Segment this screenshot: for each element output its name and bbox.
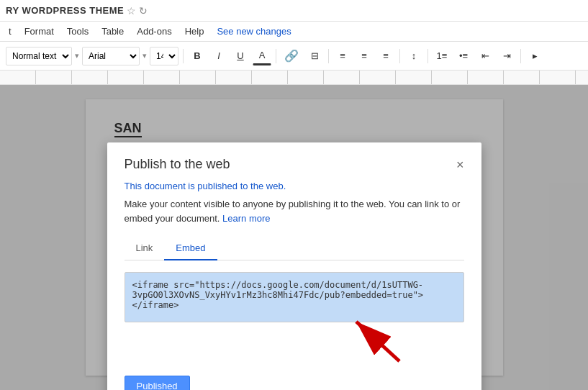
italic-button[interactable]: I <box>209 47 228 65</box>
numbered-list-button[interactable]: 1≡ <box>433 47 451 65</box>
modal-body: This document is published to the web. M… <box>107 172 481 390</box>
text-color-button[interactable]: A <box>253 47 271 65</box>
learn-more-link[interactable]: Learn more <box>222 213 270 224</box>
menu-item-table[interactable]: Table <box>96 24 130 38</box>
link-button[interactable]: 🔗 <box>281 47 302 65</box>
font-size-select[interactable]: 14 <box>150 47 178 65</box>
modal-header: Publish to the web × <box>107 142 481 172</box>
published-button[interactable]: Published <box>125 376 190 390</box>
align-center-button[interactable]: ≡ <box>355 47 374 65</box>
ruler-marks <box>0 71 588 84</box>
tab-link[interactable]: Link <box>125 237 165 260</box>
more-button[interactable]: ▸ <box>525 47 544 65</box>
document-area: SAN Are y show Ther It en pend The <box>0 85 588 390</box>
divider-6 <box>520 49 521 63</box>
top-bar: RY WORDPRESS THEME ☆ ↻ <box>0 0 588 22</box>
image-button[interactable]: ⊟ <box>305 47 324 65</box>
modal-title: Publish to the web <box>125 157 230 172</box>
modal-overlay: Publish to the web × This document is pu… <box>0 85 588 390</box>
menu-item-tools[interactable]: Tools <box>61 24 94 38</box>
divider-2 <box>276 49 276 63</box>
menu-item-addons[interactable]: Add-ons <box>131 24 177 38</box>
doc-title: RY WORDPRESS THEME <box>6 5 124 16</box>
toolbar: Normal text ▾ Arial ▾ 14 B I U A 🔗 ⊟ ≡ ≡… <box>0 42 588 71</box>
divider-4 <box>399 49 400 63</box>
divider-5 <box>428 49 428 63</box>
modal-description: Make your content visible to anyone by p… <box>125 197 464 225</box>
modal-status: This document is published to the web. <box>125 181 464 191</box>
underline-button[interactable]: U <box>231 47 250 65</box>
align-left-button[interactable]: ≡ <box>333 47 352 65</box>
modal-tabs: Link Embed <box>125 237 464 260</box>
menu-item-help[interactable]: Help <box>179 24 210 38</box>
line-spacing-button[interactable]: ↕ <box>404 47 423 65</box>
divider-3 <box>328 49 329 63</box>
star-icon[interactable]: ☆ <box>127 5 136 17</box>
svg-line-1 <box>356 322 399 361</box>
menu-item-format[interactable]: Format <box>19 24 60 38</box>
menu-item-t[interactable]: t <box>3 24 17 38</box>
publish-modal: Publish to the web × This document is pu… <box>107 142 481 390</box>
ruler <box>0 71 588 85</box>
embed-code-textarea[interactable] <box>125 272 464 322</box>
increase-indent-button[interactable]: ⇥ <box>497 47 516 65</box>
bullet-list-button[interactable]: •≡ <box>454 47 473 65</box>
menu-bar: t Format Tools Table Add-ons Help See ne… <box>0 22 588 42</box>
decrease-indent-button[interactable]: ⇤ <box>476 47 494 65</box>
embed-wrapper <box>125 272 464 325</box>
modal-desc-text: Make your content visible to anyone by p… <box>125 199 461 224</box>
bold-button[interactable]: B <box>188 47 207 65</box>
modal-close-button[interactable]: × <box>456 158 464 171</box>
font-style-select[interactable]: Normal text <box>6 47 72 65</box>
menu-item-changes[interactable]: See new changes <box>211 24 297 38</box>
tab-embed[interactable]: Embed <box>164 237 217 260</box>
divider-1 <box>183 49 184 63</box>
align-right-button[interactable]: ≡ <box>376 47 395 65</box>
refresh-icon[interactable]: ↻ <box>139 5 148 17</box>
font-family-select[interactable]: Arial <box>82 47 140 65</box>
